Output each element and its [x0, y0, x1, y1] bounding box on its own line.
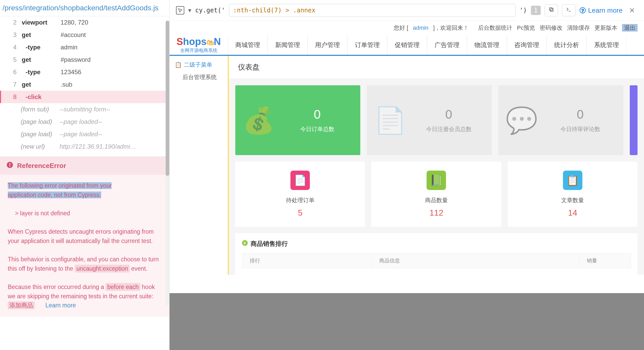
nav-item[interactable]: 物流管理 [467, 35, 507, 55]
event-row[interactable]: (page load)--page loaded-- [0, 116, 169, 128]
match-count: 1 [531, 6, 541, 15]
nav-item[interactable]: 广告管理 [427, 35, 467, 55]
toplink[interactable]: 密码修改 [540, 25, 562, 31]
app-under-test: 您好 [ admin ]，欢迎回来！ 后台数据统计Pc预览密码修改清除缓存更新版… [170, 21, 644, 350]
toplink[interactable]: 后台数据统计 [478, 25, 512, 31]
command-row[interactable]: 5get#password [0, 54, 169, 66]
svg-rect-9 [244, 244, 245, 245]
nav-item[interactable]: 统计分析 [547, 35, 587, 55]
list-icon [242, 240, 248, 248]
nav-item[interactable]: 用户管理 [308, 35, 347, 55]
toplink[interactable]: 更新版本 [595, 25, 617, 31]
command-row[interactable]: 8-click [0, 91, 169, 103]
sidebar-title[interactable]: 📋 二级子菜单 [175, 61, 223, 69]
nav-item[interactable]: 商城管理 [228, 35, 268, 55]
command-log: 2viewport1280, 7203get#account4-typeadmi… [0, 16, 169, 153]
nav-item[interactable]: 新闻管理 [268, 35, 308, 55]
error-icon: ! [6, 162, 13, 170]
info-card[interactable]: 📋文章数量14 [508, 162, 638, 227]
scrollbar-thumb[interactable] [166, 21, 169, 176]
stat-card[interactable]: 📄0今日注册会员总数 [367, 85, 492, 155]
stat-card-partial [630, 85, 638, 155]
rank-col-rank: 排行 [242, 253, 371, 268]
menu-icon: 📋 [175, 62, 182, 68]
info-cards: 📄待处理订单5📗商品数量112📋文章数量14 [229, 162, 644, 233]
selector-playground-toolbar: ▾ cy.get(' :nth-child(7) > .annex ') 1 ?… [170, 0, 644, 21]
stat-card[interactable]: 💰0今日订单总数 [235, 85, 360, 155]
learn-more-link[interactable]: ? Learn more [579, 6, 623, 14]
get-suffix: ') [519, 7, 527, 14]
admin-link[interactable]: admin [413, 25, 428, 31]
close-icon[interactable]: ✕ [626, 6, 638, 15]
event-row[interactable]: (form sub)--submitting form-- [0, 103, 169, 116]
app-topbar: 您好 [ admin ]，欢迎回来！ 后台数据统计Pc预览密码修改清除缓存更新版… [170, 21, 644, 35]
selector-input[interactable]: :nth-child(7) > .annex [229, 4, 516, 17]
app-header: Shops🛍N 全网开源电商系统 商城管理新闻管理用户管理订单管理促销管理广告管… [170, 35, 644, 56]
command-row[interactable]: 6-type123456 [0, 66, 169, 78]
app-preview-panel: ▾ cy.get(' :nth-child(7) > .annex ') 1 ?… [170, 0, 644, 350]
svg-rect-8 [244, 243, 246, 244]
nav-item[interactable]: 促销管理 [387, 35, 427, 55]
stat-cards: 💰0今日订单总数📄0今日注册会员总数💬0今日待审评论数 [229, 79, 644, 162]
method-dropdown-icon[interactable]: ▾ [188, 7, 191, 14]
error-title: ReferenceError [17, 162, 66, 170]
event-row[interactable]: (new url)http://121.36.91.190/admi… [0, 140, 169, 153]
rank-col-sales: 销量 [579, 253, 631, 268]
command-row[interactable]: 2viewport1280, 720 [0, 16, 169, 29]
command-row[interactable]: 7get.sub [0, 78, 169, 91]
nav-item[interactable]: 订单管理 [347, 35, 387, 55]
content-area: 仪表盘 💰0今日订单总数📄0今日注册会员总数💬0今日待审评论数 📄待处理订单5📗… [228, 56, 644, 275]
svg-text:?: ? [581, 8, 584, 13]
toplink[interactable]: 清除缓存 [567, 25, 590, 31]
file-path[interactable]: /press/integration/shopbackend/testAddGo… [0, 0, 169, 16]
svg-text:!: ! [9, 162, 11, 168]
get-prefix: cy.get(' [195, 7, 225, 14]
copy-button[interactable] [545, 4, 558, 16]
command-row[interactable]: 3get#account [0, 29, 169, 41]
info-card[interactable]: 📗商品数量112 [371, 162, 501, 227]
sidebar: 📋 二级子菜单 后台管理系统 [170, 56, 228, 275]
stat-card[interactable]: 💬0今日待审评论数 [498, 85, 623, 155]
nav-item[interactable]: 系统管理 [587, 35, 626, 55]
error-body: The following error originated from your… [0, 175, 169, 317]
rank-section: 商品销售排行 排行 商品信息 销量 [235, 233, 638, 275]
error-header[interactable]: ! ReferenceError [0, 157, 169, 175]
page-title: 仪表盘 [229, 56, 644, 79]
event-row[interactable]: (page load)--page loaded-- [0, 128, 169, 140]
print-button[interactable] [562, 4, 575, 16]
scrollbar[interactable] [166, 21, 169, 305]
rank-col-info: 商品信息 [371, 253, 579, 268]
svg-rect-3 [550, 8, 552, 11]
error-learn-more-link[interactable]: Learn more [46, 302, 76, 309]
main-nav: 商城管理新闻管理用户管理订单管理促销管理广告管理物流管理咨询管理统计分析系统管理 [228, 35, 644, 55]
inspector-icon[interactable] [176, 6, 184, 14]
logo[interactable]: Shops🛍N 全网开源电商系统 [170, 35, 228, 55]
toplink[interactable]: 退出 [622, 24, 638, 32]
svg-rect-7 [244, 242, 246, 242]
nav-item[interactable]: 咨询管理 [507, 35, 547, 55]
svg-rect-2 [550, 9, 553, 11]
rank-table-header: 排行 商品信息 销量 [242, 253, 631, 268]
info-card[interactable]: 📄待处理订单5 [235, 162, 365, 227]
toplink[interactable]: Pc预览 [517, 25, 535, 31]
resize-overlay [170, 293, 644, 350]
sidebar-item[interactable]: 后台管理系统 [175, 73, 223, 81]
command-row[interactable]: 4-typeadmin [0, 41, 169, 54]
command-log-panel: /press/integration/shopbackend/testAddGo… [0, 0, 170, 350]
